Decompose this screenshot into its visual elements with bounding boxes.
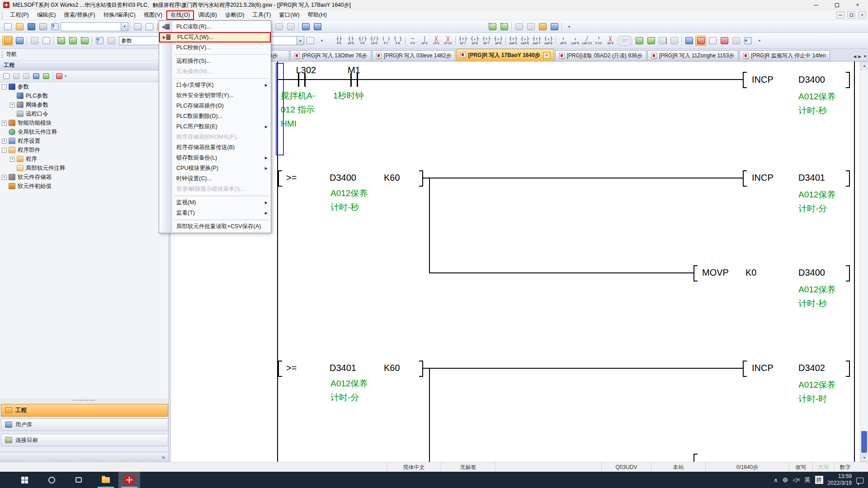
device-search-icon[interactable] [707, 36, 718, 46]
rung3-destination[interactable]: D3400 [798, 267, 825, 278]
open-project-icon[interactable] [14, 22, 25, 32]
comment-L302[interactable]: 搅拌机A-012 指示HMI [281, 89, 315, 131]
device-find-icon[interactable]: Dev [56, 36, 66, 46]
rung1-instruction[interactable]: INCP [752, 75, 774, 85]
find-binoculars-icon[interactable] [106, 36, 117, 46]
device-test-icon[interactable] [731, 36, 741, 46]
device-edit-icon[interactable] [719, 36, 730, 46]
tab-close-icon[interactable]: × [543, 52, 550, 59]
redo-icon[interactable] [285, 22, 296, 32]
comment-M1[interactable]: 1秒时钟 [333, 89, 364, 103]
tree-item-global-comment[interactable]: 全局软元件注释 [0, 127, 169, 136]
falling-pulse-close-branch-button[interactable]: ┤↓├saF8 [542, 34, 554, 47]
user-library-button[interactable]: 用户库 [1, 418, 168, 431]
menu-online[interactable]: 在线(O) [166, 10, 194, 20]
print-icon[interactable] [38, 22, 48, 32]
rung1-operand[interactable]: D3400 [798, 75, 825, 85]
tab-14fen[interactable]: [PRG]R 监视写入 停止中 14fen [739, 50, 830, 61]
tree-item-parameters[interactable]: -参数 [0, 82, 169, 91]
device-comment-write-icon[interactable]: Dev [487, 22, 498, 32]
tab-scroll-left-icon[interactable]: ◀ [853, 54, 856, 59]
expand-icon[interactable]: + [10, 103, 15, 108]
falling-pulse-branch-button[interactable]: ┤↓├aF8 [492, 34, 504, 47]
menu-window[interactable]: 窗口(W) [275, 10, 303, 20]
ime-language-indicator[interactable]: 英 [805, 476, 811, 484]
menu-item-latch-data-backup[interactable]: 锁存数据备份(L)▶ [159, 153, 271, 163]
device-comment-read-icon[interactable]: Dev [499, 22, 509, 32]
comment-D3401[interactable]: A012保养计时-分 [798, 188, 835, 216]
write-mode-icon[interactable] [669, 36, 679, 46]
tree-filter-dropdown-icon[interactable]: ▾ [65, 74, 66, 78]
menu-item-program-memory-batch[interactable]: 程序存储器批量传送(B) [159, 142, 271, 153]
tree-item-pou[interactable]: -程序部件 [0, 145, 169, 155]
closed-branch-button[interactable]: ┤/├sF6 [368, 34, 380, 47]
tree-item-remote-password[interactable]: 远程口令 [0, 109, 169, 118]
comment-rung3-D3400[interactable]: A012保养计时-秒 [798, 282, 835, 310]
menu-item-plc-data-delete[interactable]: PLC数据删除(D)... [159, 111, 271, 122]
delete-line-button[interactable]: ╳aF9 [604, 34, 616, 47]
menu-find-replace[interactable]: 搜索/替换(F) [60, 10, 99, 20]
new-project-icon[interactable] [2, 22, 13, 32]
menu-compile[interactable]: 转换/编译(C) [99, 10, 140, 20]
gx-works2-taskbar-button[interactable] [118, 472, 140, 488]
rung4-compare-s2[interactable]: K60 [384, 363, 400, 373]
menu-item-plc-verify[interactable]: PLC校验(V)... [159, 42, 271, 53]
module-config-icon[interactable] [29, 36, 40, 46]
tree-item-intelligent-module[interactable]: +智能功能模块 [0, 118, 169, 127]
convert-icon[interactable] [300, 22, 311, 32]
quick-access-combobox[interactable]: ▾ [61, 22, 128, 31]
expand-icon[interactable]: + [10, 157, 15, 162]
menu-item-remote-operation[interactable]: 远程操作(S)... [159, 56, 271, 66]
navigation-window-icon[interactable] [2, 36, 13, 46]
ladder-vertical-scrollbar[interactable]: ▲ ▼ [860, 61, 868, 462]
convert-result-button[interactable]: ↓caF5 [569, 34, 581, 47]
rising-pulse-button[interactable]: ┤↑├sF7 [457, 34, 469, 47]
maximize-button[interactable] [826, 0, 847, 10]
menu-item-plc-write[interactable]: PLC写入(W)... [159, 32, 271, 42]
coil-button[interactable]: ( )F7 [380, 34, 392, 47]
vertical-line-button[interactable]: │sF9 [419, 34, 430, 47]
menu-item-plc-user-data[interactable]: PLC用户数据(E)▶ [159, 122, 271, 132]
comment-D3400[interactable]: A012保养计时-秒 [798, 89, 835, 117]
blue-document-icon[interactable] [41, 36, 52, 46]
scrollbar-thumb[interactable] [861, 431, 867, 453]
menu-edit[interactable]: 编辑(E) [33, 10, 60, 20]
undo-icon[interactable] [274, 22, 284, 32]
find-in-doc-icon[interactable] [305, 36, 316, 46]
monitor-mode-icon[interactable] [684, 36, 694, 46]
monitor-write-mode-icon[interactable] [695, 36, 706, 46]
menu-project[interactable]: 工程(P) [6, 10, 33, 20]
volume-muted-icon[interactable]: ◁× [793, 477, 800, 483]
scroll-up-icon[interactable]: ▲ [860, 61, 868, 70]
taskbar-clock[interactable]: 13:59 2022/3/19 [828, 473, 852, 487]
panel-splitter[interactable]: •••••••••• [0, 399, 169, 402]
inline-st-icon[interactable] [634, 36, 645, 46]
comment-rung2-compare[interactable]: A012保养计时-秒 [330, 186, 368, 214]
panel-expander-icon[interactable]: » [162, 454, 165, 460]
tree-item-device-initial[interactable]: 软元件初始值 [0, 182, 169, 191]
toolbar3-overflow-icon[interactable]: ▾ [754, 36, 765, 46]
menu-item-security-key[interactable]: 软件安全密钥管理(Y)... [159, 90, 271, 101]
menu-item-plc-read[interactable]: PLC读取(R)... [159, 22, 271, 32]
program-verify-icon[interactable] [525, 22, 536, 32]
device-display-icon[interactable]: Dev [79, 36, 90, 46]
expand-icon[interactable]: + [2, 175, 7, 180]
tree-filter-icon[interactable] [55, 72, 64, 80]
help-icon[interactable]: ? [49, 22, 60, 32]
copy-icon[interactable] [144, 22, 155, 32]
rising-pulse-close-button[interactable]: ┤↑├saF5 [507, 34, 519, 47]
menu-item-watch[interactable]: 监看(T)▶ [159, 208, 271, 218]
open-branch-button[interactable]: ┤├sF5 [345, 34, 357, 47]
tree-item-program-setting[interactable]: +程序设置 [0, 136, 169, 145]
tree-copy-icon[interactable] [12, 72, 21, 80]
tree-paste-icon[interactable] [22, 72, 31, 80]
tab-03leve[interactable]: [PRG]R 写入 03leve 1462步 [372, 50, 455, 61]
program-check-icon[interactable] [514, 22, 524, 32]
contact-M1-label[interactable]: M1 [336, 65, 372, 75]
expand-icon[interactable]: + [2, 139, 7, 144]
tree-refresh-icon[interactable] [42, 72, 51, 80]
save-project-icon[interactable] [26, 22, 37, 32]
help2-icon[interactable]: ? [94, 36, 105, 46]
menu-item-cpu-module-change[interactable]: CPU模块更换(P)▶ [159, 163, 271, 174]
zoom-icon[interactable]: + [742, 36, 753, 46]
